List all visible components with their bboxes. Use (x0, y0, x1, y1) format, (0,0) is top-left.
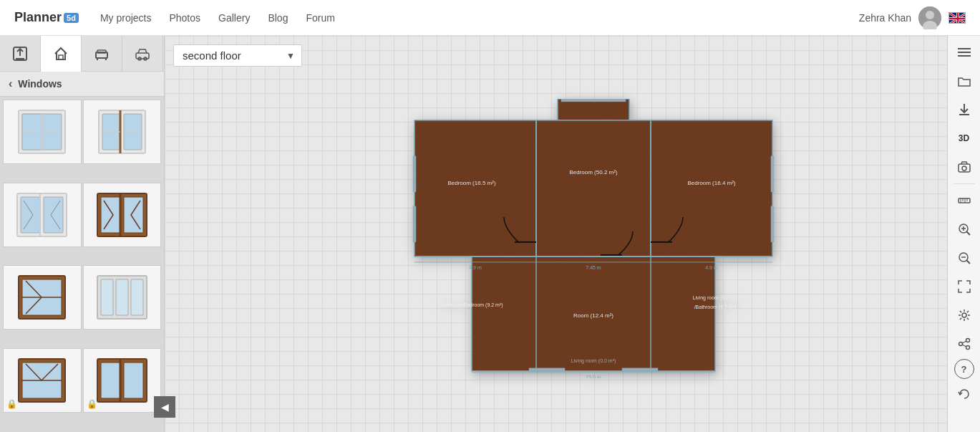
svg-text:15.0 m: 15.0 m (586, 374, 601, 378)
nav-photos[interactable]: Photos (169, 12, 200, 24)
language-flag[interactable] (949, 12, 966, 24)
svg-point-112 (959, 342, 962, 346)
windows-section-header: ‹ Windows (0, 72, 164, 97)
nav-gallery[interactable]: Gallery (218, 12, 250, 24)
zoom-out-button[interactable] (951, 244, 978, 272)
undo-button[interactable] (951, 380, 978, 408)
svg-line-106 (966, 231, 970, 235)
svg-rect-72 (771, 206, 774, 241)
window-item-7[interactable]: 🔒 (3, 348, 82, 413)
svg-text:Room (12.4 m²): Room (12.4 m²) (573, 312, 613, 318)
svg-rect-70 (413, 206, 416, 241)
nav-forum[interactable]: Forum (306, 12, 334, 24)
settings-button[interactable] (951, 302, 978, 329)
folder-button[interactable] (951, 67, 978, 95)
zoom-in-button[interactable] (951, 216, 978, 243)
window-item-6[interactable] (83, 265, 162, 330)
svg-rect-36 (44, 197, 63, 233)
svg-point-1 (926, 11, 934, 19)
3d-button[interactable]: 3D (951, 125, 978, 152)
svg-text:7.45 m: 7.45 m (586, 264, 601, 269)
floor-plan-svg[interactable]: Bedroom (16.5 m²) Bedroom (50.2 m²) Bedr… (407, 98, 780, 378)
export-button[interactable] (0, 36, 41, 72)
window-item-5[interactable] (3, 265, 82, 330)
svg-rect-39 (101, 197, 120, 233)
svg-text:Bedroom (16.4 m²): Bedroom (16.4 m²) (687, 179, 735, 186)
floor-selector[interactable]: first floor second floor third floor ▼ (173, 44, 302, 67)
svg-rect-71 (771, 155, 774, 191)
svg-rect-53 (101, 363, 120, 398)
floor-plan[interactable]: Bedroom (16.5 m²) Bedroom (50.2 m²) Bedr… (407, 98, 780, 380)
left-sidebar: ‹ Windows (0, 36, 165, 432)
svg-text:4.9 m: 4.9 m (705, 264, 718, 269)
windows-grid: 🔒 🔒 (0, 97, 164, 432)
svg-text:Bedroom (50.2 m²): Bedroom (50.2 m²) (569, 168, 617, 175)
svg-text:Bedroom (16.5 m²): Bedroom (16.5 m²) (447, 179, 495, 186)
svg-rect-47 (116, 279, 128, 315)
nav-blog[interactable]: Blog (268, 12, 288, 24)
car-button[interactable] (122, 36, 163, 72)
window-item-3[interactable] (3, 183, 82, 247)
svg-line-114 (962, 341, 966, 343)
svg-rect-98 (959, 198, 970, 203)
user-name: Zehra Khan (859, 12, 911, 24)
svg-line-115 (962, 345, 966, 347)
svg-point-110 (962, 313, 966, 317)
canvas-area[interactable]: first floor second floor third floor ▼ (165, 36, 947, 432)
back-arrow[interactable]: ‹ (9, 77, 12, 90)
svg-marker-60 (558, 98, 629, 120)
fullscreen-button[interactable] (951, 273, 978, 300)
window-item-1[interactable] (3, 100, 82, 164)
help-button[interactable]: ? (954, 359, 974, 379)
svg-rect-69 (413, 155, 416, 191)
logo-badge: 5d (64, 13, 79, 23)
section-title: Windows (18, 78, 62, 90)
top-navigation: Planner 5d My projects Photos Gallery Bl… (0, 0, 980, 36)
toolbar-row (0, 36, 164, 72)
svg-line-109 (966, 260, 970, 264)
3d-label: 3D (959, 133, 969, 143)
lock-badge-8: 🔒 (87, 399, 97, 409)
share-button[interactable] (951, 330, 978, 357)
svg-text:Living room (0.0 m²): Living room (0.0 m²) (571, 357, 616, 363)
svg-text:/Bathroom (5.7 m²): /Bathroom (5.7 m²) (694, 304, 736, 309)
right-toolbar: 3D ? (947, 36, 980, 432)
user-area: Zehra Khan (859, 6, 966, 29)
toolbar-divider-1 (954, 183, 975, 184)
svg-text:4.9 m: 4.9 m (469, 264, 482, 269)
collapse-sidebar-button[interactable]: ◀ (154, 396, 175, 418)
logo[interactable]: Planner 5d (14, 10, 79, 25)
svg-rect-46 (101, 279, 113, 315)
nav-links: My projects Photos Gallery Blog Forum (100, 12, 859, 24)
logo-text: Planner (14, 10, 62, 25)
window-item-2[interactable] (83, 100, 162, 164)
svg-text:Living room (9.2 m²): Living room (9.2 m²) (692, 294, 737, 300)
svg-rect-73 (529, 368, 565, 370)
svg-rect-54 (124, 363, 143, 398)
nav-my-projects[interactable]: My projects (100, 12, 152, 24)
svg-point-113 (966, 346, 969, 350)
svg-rect-74 (622, 368, 658, 370)
svg-point-97 (962, 166, 966, 171)
avatar[interactable] (918, 6, 941, 29)
camera-button[interactable] (951, 153, 978, 181)
svg-rect-48 (131, 279, 143, 315)
svg-text:Bathroom/Bedroom (9.2 m²): Bathroom/Bedroom (9.2 m²) (440, 302, 503, 307)
window-item-8[interactable]: 🔒 (83, 348, 162, 413)
svg-rect-61 (414, 120, 772, 256)
ruler-button[interactable] (951, 187, 978, 214)
download-button[interactable] (951, 96, 978, 123)
collapse-icon: ◀ (161, 401, 169, 413)
home-button[interactable] (41, 36, 82, 72)
main-layout: ‹ Windows (0, 36, 980, 432)
floor-select-dropdown[interactable]: first floor second floor third floor (173, 44, 302, 67)
svg-rect-40 (124, 197, 143, 233)
window-item-4[interactable] (83, 183, 162, 247)
svg-rect-35 (21, 197, 40, 233)
svg-rect-68 (561, 98, 626, 101)
lock-badge-7: 🔒 (6, 399, 17, 409)
furniture-button[interactable] (82, 36, 122, 72)
svg-point-111 (966, 339, 969, 342)
menu-button[interactable] (951, 39, 978, 66)
